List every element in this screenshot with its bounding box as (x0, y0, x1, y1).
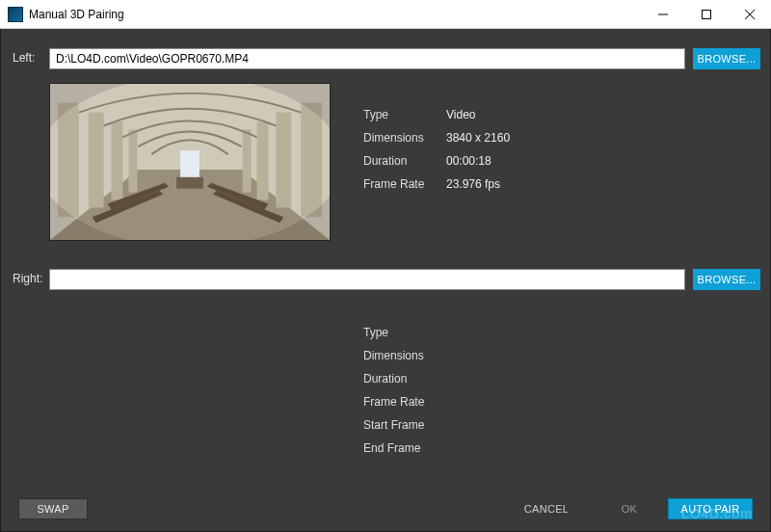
auto-pair-button[interactable]: AUTO PAIR (668, 498, 753, 519)
maximize-button[interactable] (684, 0, 728, 28)
left-thumbnail (49, 83, 331, 241)
right-end-row: End Frame (363, 441, 446, 465)
swap-button[interactable]: SWAP (18, 498, 88, 519)
svg-rect-9 (128, 129, 137, 192)
maximize-icon (702, 10, 711, 19)
svg-rect-14 (180, 150, 199, 179)
right-path-input[interactable] (49, 269, 685, 290)
thumbnail-image (50, 84, 330, 240)
bottom-bar: SWAP CANCEL OK AUTO PAIR (1, 489, 770, 531)
right-duration-label: Duration (363, 372, 446, 395)
left-label: Left: (13, 51, 46, 65)
svg-rect-15 (176, 177, 203, 189)
close-icon (745, 10, 755, 19)
left-type-value: Video (446, 108, 475, 131)
right-dimensions-row: Dimensions (363, 349, 446, 372)
client-area: Left: BROWSE... (0, 29, 771, 532)
svg-rect-6 (58, 103, 79, 218)
titlebar: Manual 3D Pairing (0, 0, 771, 29)
right-dimensions-label: Dimensions (363, 349, 446, 372)
right-start-label: Start Frame (363, 418, 446, 441)
right-end-label: End Frame (363, 441, 446, 465)
svg-rect-11 (276, 113, 291, 208)
right-fps-label: Frame Rate (363, 395, 446, 418)
right-type-row: Type (363, 326, 446, 349)
right-info: Type Dimensions Duration Frame Rate Star… (363, 326, 446, 465)
ok-button: OK (600, 498, 658, 519)
svg-rect-13 (243, 129, 252, 192)
svg-rect-12 (257, 122, 269, 200)
right-type-label: Type (363, 326, 446, 349)
right-browse-button[interactable]: BROWSE... (693, 269, 760, 290)
left-duration-row: Duration 00:00:18 (363, 154, 510, 177)
right-label: Right: (13, 272, 46, 285)
left-fps-row: Frame Rate 23.976 fps (363, 177, 510, 200)
svg-rect-8 (112, 122, 123, 200)
svg-rect-1 (702, 10, 710, 18)
left-duration-value: 00:00:18 (446, 154, 492, 177)
svg-rect-10 (301, 103, 322, 218)
left-browse-button[interactable]: BROWSE... (693, 48, 760, 69)
left-dimensions-value: 3840 x 2160 (446, 131, 510, 154)
left-duration-label: Duration (363, 154, 446, 177)
window-title: Manual 3D Pairing (29, 8, 124, 21)
left-dimensions-row: Dimensions 3840 x 2160 (363, 131, 510, 154)
left-fps-label: Frame Rate (363, 177, 446, 200)
left-fps-value: 23.976 fps (446, 177, 500, 200)
right-fps-row: Frame Rate (363, 395, 446, 418)
cancel-button[interactable]: CANCEL (512, 498, 581, 519)
left-type-label: Type (363, 108, 446, 131)
left-info: Type Video Dimensions 3840 x 2160 Durati… (363, 108, 510, 200)
app-icon (8, 7, 23, 22)
right-duration-row: Duration (363, 372, 446, 395)
svg-rect-7 (89, 113, 104, 208)
left-path-input[interactable] (49, 48, 685, 69)
left-dimensions-label: Dimensions (363, 131, 446, 154)
left-type-row: Type Video (363, 108, 510, 131)
close-button[interactable] (728, 0, 771, 28)
minimize-icon (658, 10, 668, 19)
minimize-button[interactable] (641, 0, 684, 28)
right-start-row: Start Frame (363, 418, 446, 441)
